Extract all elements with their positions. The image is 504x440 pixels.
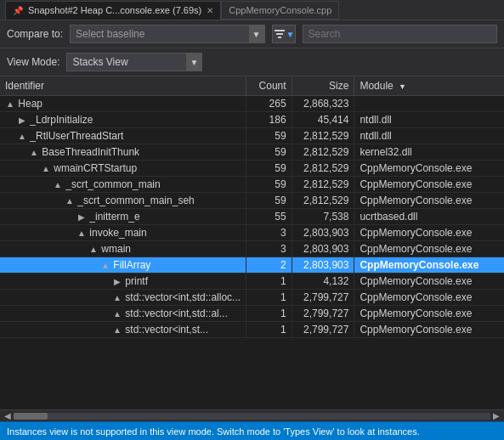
view-mode-label: View Mode: bbox=[7, 56, 59, 68]
cell-module: CppMemoryConsole.exe bbox=[354, 241, 504, 257]
collapse-icon[interactable]: ▲ bbox=[112, 293, 122, 302]
identifier-name: _scrt_common_main_seh bbox=[75, 195, 195, 206]
table-row[interactable]: ▲ invoke_main32,803,903CppMemoryConsole.… bbox=[0, 225, 504, 241]
col-size: Size bbox=[292, 76, 354, 96]
status-bar: Instances view is not supported in this … bbox=[0, 421, 504, 440]
filter-icon bbox=[273, 27, 286, 41]
expand-icon[interactable]: ▶ bbox=[76, 212, 87, 222]
table-row[interactable]: ▲ std::vector<int,std::alloc...12,799,72… bbox=[0, 290, 504, 306]
identifier-name: printf bbox=[122, 275, 148, 287]
search-box[interactable] bbox=[303, 25, 497, 43]
cell-size: 2,812,529 bbox=[292, 193, 354, 209]
collapse-icon[interactable]: ▲ bbox=[53, 180, 63, 189]
snapshot-tab[interactable]: 📌 Snapshot#2 Heap C...console.exe (7.69s… bbox=[5, 1, 221, 20]
identifier-name: _LdrpInitialize bbox=[27, 114, 93, 126]
cell-count: 59 bbox=[246, 144, 292, 161]
scroll-left-arrow[interactable]: ◀ bbox=[2, 410, 14, 422]
collapse-icon[interactable]: ▲ bbox=[76, 228, 87, 238]
table-row[interactable]: ▲ Heap2652,868,323 bbox=[0, 96, 504, 112]
table-row[interactable]: ▲ BaseThreadInitThunk592,812,529kernel32… bbox=[0, 144, 504, 161]
table-row[interactable]: ▶ _LdrpInitialize18645,414ntdll.dll bbox=[0, 112, 504, 128]
heap-table-wrapper: Identifier Count Size Module ▼ ▲ Heap265… bbox=[0, 76, 504, 421]
scrollbar-thumb[interactable] bbox=[14, 413, 48, 420]
collapse-icon[interactable]: ▲ bbox=[5, 99, 15, 109]
cell-size: 4,132 bbox=[292, 274, 354, 290]
cell-count: 1 bbox=[246, 274, 292, 290]
identifier-name: _scrt_common_main bbox=[63, 178, 161, 190]
collapse-icon[interactable]: ▲ bbox=[100, 261, 110, 270]
main-content: Compare to: Select baseline ▼ ▼ View Mod… bbox=[0, 20, 504, 440]
table-row[interactable]: ▲ _RtlUserThreadStart592,812,529ntdll.dl… bbox=[0, 128, 504, 144]
collapse-icon[interactable]: ▲ bbox=[17, 132, 27, 141]
identifier-name: wmainCRTStartup bbox=[51, 162, 137, 174]
cell-identifier: ▲ wmain bbox=[0, 241, 246, 257]
table-row[interactable]: ▲ wmain32,803,903CppMemoryConsole.exe bbox=[0, 241, 504, 257]
col-identifier: Identifier bbox=[0, 76, 246, 96]
table-row[interactable]: ▲ wmainCRTStartup592,812,529CppMemoryCon… bbox=[0, 161, 504, 177]
col-module[interactable]: Module ▼ bbox=[354, 76, 504, 96]
table-row[interactable]: ▲ std::vector<int,st...12,799,727CppMemo… bbox=[0, 322, 504, 338]
cell-count: 59 bbox=[246, 128, 292, 144]
compare-label: Compare to: bbox=[7, 28, 63, 40]
cell-count: 186 bbox=[246, 112, 292, 128]
cell-size: 2,803,903 bbox=[292, 257, 354, 274]
heap-table: Identifier Count Size Module ▼ ▲ Heap265… bbox=[0, 76, 504, 338]
table-scroll-area[interactable]: Identifier Count Size Module ▼ ▲ Heap265… bbox=[0, 76, 504, 409]
view-mode-row: View Mode: Stacks View ▼ bbox=[0, 48, 504, 76]
collapse-icon[interactable]: ▲ bbox=[88, 245, 99, 254]
col-count: Count bbox=[246, 76, 292, 96]
cell-count: 1 bbox=[246, 306, 292, 322]
collapse-icon[interactable]: ▲ bbox=[41, 164, 51, 173]
identifier-name: invoke_main bbox=[87, 227, 147, 239]
expand-icon[interactable]: ▶ bbox=[17, 116, 27, 125]
cell-identifier: ▲ std::vector<int,std::alloc... bbox=[0, 290, 246, 306]
collapse-icon[interactable]: ▲ bbox=[112, 309, 122, 319]
cell-count: 265 bbox=[246, 96, 292, 112]
collapse-icon[interactable]: ▲ bbox=[112, 325, 122, 335]
table-row[interactable]: ▶ printf14,132CppMemoryConsole.exe bbox=[0, 274, 504, 290]
cell-count: 3 bbox=[246, 241, 292, 257]
horizontal-scrollbar[interactable]: ◀ ▶ bbox=[0, 409, 504, 421]
snapshot-tab-label: Snapshot#2 Heap C...console.exe (7.69s) bbox=[28, 5, 201, 15]
cell-module: ucrtbased.dll bbox=[354, 209, 504, 225]
search-input[interactable] bbox=[309, 28, 491, 40]
view-mode-value: Stacks View bbox=[72, 56, 186, 68]
cell-module: ntdll.dll bbox=[354, 112, 504, 128]
cell-count: 59 bbox=[246, 161, 292, 177]
cell-module: CppMemoryConsole.exe bbox=[354, 322, 504, 338]
cell-identifier: ▶ printf bbox=[0, 274, 246, 290]
cell-size: 7,538 bbox=[292, 209, 354, 225]
cell-count: 55 bbox=[246, 209, 292, 225]
table-row[interactable]: ▲ FillArray22,803,903CppMemoryConsole.ex… bbox=[0, 257, 504, 274]
cell-module: CppMemoryConsole.exe bbox=[354, 257, 504, 274]
collapse-icon[interactable]: ▲ bbox=[29, 148, 39, 157]
cell-size: 2,868,323 bbox=[292, 96, 354, 112]
table-row[interactable]: ▲ _scrt_common_main592,812,529CppMemoryC… bbox=[0, 177, 504, 193]
view-mode-select[interactable]: Stacks View ▼ bbox=[66, 53, 202, 71]
identifier-name: _initterm_e bbox=[87, 211, 140, 223]
cpp-file-tab[interactable]: CppMemoryConsole.cpp bbox=[221, 1, 339, 20]
expand-icon[interactable]: ▶ bbox=[112, 277, 122, 286]
scrollbar-track[interactable] bbox=[14, 413, 490, 420]
filter-button[interactable]: ▼ bbox=[272, 25, 296, 43]
cell-size: 2,812,529 bbox=[292, 128, 354, 144]
cell-identifier: ▲ Heap bbox=[0, 96, 246, 112]
cell-module: ntdll.dll bbox=[354, 128, 504, 144]
baseline-placeholder: Select baseline bbox=[76, 28, 248, 40]
identifier-name: std::vector<int,st... bbox=[122, 324, 208, 336]
table-row[interactable]: ▲ _scrt_common_main_seh592,812,529CppMem… bbox=[0, 193, 504, 209]
cell-size: 2,812,529 bbox=[292, 161, 354, 177]
cell-count: 59 bbox=[246, 193, 292, 209]
identifier-name: std::vector<int,std::alloc... bbox=[122, 291, 241, 303]
table-row[interactable]: ▲ std::vector<int,std::al...12,799,727Cp… bbox=[0, 306, 504, 322]
svg-rect-1 bbox=[276, 33, 283, 35]
table-row[interactable]: ▶ _initterm_e557,538ucrtbased.dll bbox=[0, 209, 504, 225]
cell-identifier: ▲ wmainCRTStartup bbox=[0, 161, 246, 177]
cell-size: 2,799,727 bbox=[292, 306, 354, 322]
baseline-select[interactable]: Select baseline ▼ bbox=[70, 25, 264, 43]
view-mode-dropdown-arrow[interactable]: ▼ bbox=[186, 53, 201, 71]
baseline-dropdown-arrow[interactable]: ▼ bbox=[249, 25, 264, 43]
collapse-icon[interactable]: ▲ bbox=[65, 196, 75, 206]
snapshot-tab-close[interactable]: ✕ bbox=[207, 6, 213, 15]
scroll-right-arrow[interactable]: ▶ bbox=[490, 410, 502, 422]
